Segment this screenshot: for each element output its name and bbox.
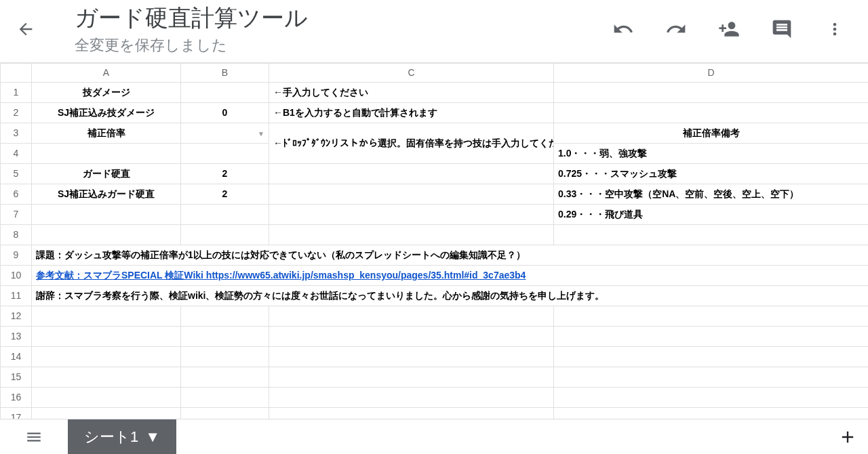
comment-button[interactable] [770, 18, 793, 41]
cell[interactable] [269, 225, 554, 245]
row-header[interactable]: 12 [1, 306, 32, 327]
cell-B4[interactable] [181, 144, 269, 164]
cell-A5[interactable]: ガード硬直 [32, 164, 181, 184]
cell-D6[interactable]: 0.33・・・空中攻撃（空NA、空前、空後、空上、空下） [554, 184, 869, 205]
row-header[interactable]: 9 [1, 245, 32, 266]
cell[interactable] [181, 327, 269, 347]
cell[interactable] [269, 367, 554, 388]
col-header-B[interactable]: B [181, 64, 269, 83]
cell-A4[interactable] [32, 144, 181, 164]
more-button[interactable] [823, 18, 846, 41]
cell-D1[interactable] [554, 83, 869, 103]
row-header[interactable]: 6 [1, 184, 32, 205]
row-header[interactable]: 2 [1, 103, 32, 123]
corner-cell[interactable] [1, 64, 32, 83]
cell-C6[interactable] [269, 184, 554, 205]
cell-B1[interactable] [181, 83, 269, 103]
row-header[interactable]: 8 [1, 225, 32, 245]
cell-A11[interactable]: 謝辞：スマブラ考察を行う際、検証wiki、検証勢の方々には度々お世話になってまい… [32, 286, 869, 306]
row-header[interactable]: 4 [1, 144, 32, 164]
cell[interactable] [269, 408, 554, 419]
plus-icon [838, 428, 857, 447]
undo-button[interactable] [612, 18, 635, 41]
row-header[interactable]: 7 [1, 205, 32, 225]
cell[interactable] [181, 388, 269, 408]
cell-C2[interactable]: ←B1を入力すると自動で計算されます [269, 103, 554, 123]
cell[interactable] [269, 388, 554, 408]
col-header-A[interactable]: A [32, 64, 181, 83]
cell[interactable] [554, 225, 869, 245]
share-button[interactable] [717, 18, 741, 41]
cell[interactable] [32, 306, 181, 327]
cell-B3-dropdown[interactable]: ▼ [181, 123, 269, 144]
cell-B7[interactable] [181, 205, 269, 225]
cell[interactable] [181, 306, 269, 327]
cell[interactable] [269, 306, 554, 327]
cell[interactable] [181, 225, 269, 245]
cell[interactable] [554, 347, 869, 367]
col-header-C[interactable]: C [269, 64, 554, 83]
cell[interactable] [269, 347, 554, 367]
cell-A1[interactable]: 技ダメージ [32, 83, 181, 103]
cell[interactable] [32, 347, 181, 367]
title-block: ガード硬直計算ツール 全変更を保存しました [75, 3, 595, 56]
cell-A7[interactable] [32, 205, 181, 225]
cell-A10-link[interactable]: 参考文献：スマブラSPECIAL 検証Wiki https://www65.at… [32, 266, 869, 286]
more-vert-icon [825, 20, 844, 39]
sheet-tab-active[interactable]: シート1 ▼ [68, 419, 176, 454]
col-header-D[interactable]: D [554, 64, 869, 83]
cell-A2[interactable]: SJ補正込み技ダメージ [32, 103, 181, 123]
cell-A3[interactable]: 補正倍率 [32, 123, 181, 144]
cell-B2[interactable]: 0 [181, 103, 269, 123]
row-header[interactable]: 15 [1, 367, 32, 388]
cell-B6[interactable]: 2 [181, 184, 269, 205]
cell-C5[interactable] [269, 164, 554, 184]
cell[interactable] [554, 388, 869, 408]
cell-D2[interactable] [554, 103, 869, 123]
cell[interactable] [181, 367, 269, 388]
row-header[interactable]: 11 [1, 286, 32, 306]
cell[interactable] [181, 408, 269, 419]
cell-D4[interactable]: 1.0・・・弱、強攻撃 [554, 144, 869, 164]
row-header[interactable]: 10 [1, 266, 32, 286]
cell-C7[interactable] [269, 205, 554, 225]
cell-B5[interactable]: 2 [181, 164, 269, 184]
cell[interactable] [32, 225, 181, 245]
cell-D3[interactable]: 補正倍率備考 [554, 123, 869, 144]
row-header[interactable]: 16 [1, 388, 32, 408]
row-header[interactable]: 14 [1, 347, 32, 367]
cell[interactable] [181, 347, 269, 367]
redo-button[interactable] [665, 18, 688, 41]
toolbar [612, 18, 854, 41]
row-header[interactable]: 13 [1, 327, 32, 347]
add-sheet-button[interactable] [827, 419, 868, 454]
person-add-icon [718, 18, 740, 40]
cell[interactable] [32, 327, 181, 347]
back-button[interactable] [14, 17, 38, 41]
spreadsheet-grid[interactable]: A B C D 1 技ダメージ ←手入力してください 2 SJ補正込み技ダメージ… [0, 62, 868, 419]
sheet-tab-label: シート1 [84, 427, 138, 447]
row-header[interactable]: 3 [1, 123, 32, 144]
comment-icon [771, 18, 793, 40]
document-title[interactable]: ガード硬直計算ツール [75, 3, 595, 34]
row-header[interactable]: 5 [1, 164, 32, 184]
cell[interactable] [269, 327, 554, 347]
redo-icon [665, 18, 687, 40]
cell[interactable] [32, 388, 181, 408]
row-header[interactable]: 17 [1, 408, 32, 419]
cell-D5[interactable]: 0.725・・・スマッシュ攻撃 [554, 164, 869, 184]
cell-C3-4[interactable]: ←ﾄﾞﾛｯﾌﾟﾀﾞｳﾝリストから選択。固有倍率を持つ技は手入力してください [269, 123, 554, 164]
all-sheets-button[interactable] [0, 419, 68, 454]
cell[interactable] [554, 306, 869, 327]
menu-icon [25, 428, 43, 446]
cell-A9[interactable]: 課題：ダッシュ攻撃等の補正倍率が1以上の技には対応できていない（私のスプレッドシ… [32, 245, 869, 266]
cell-D7[interactable]: 0.29・・・飛び道具 [554, 205, 869, 225]
cell-A6[interactable]: SJ補正込みガード硬直 [32, 184, 181, 205]
cell[interactable] [554, 408, 869, 419]
cell[interactable] [32, 408, 181, 419]
cell[interactable] [554, 327, 869, 347]
cell-C1[interactable]: ←手入力してください [269, 83, 554, 103]
cell[interactable] [32, 367, 181, 388]
cell[interactable] [554, 367, 869, 388]
row-header[interactable]: 1 [1, 83, 32, 103]
